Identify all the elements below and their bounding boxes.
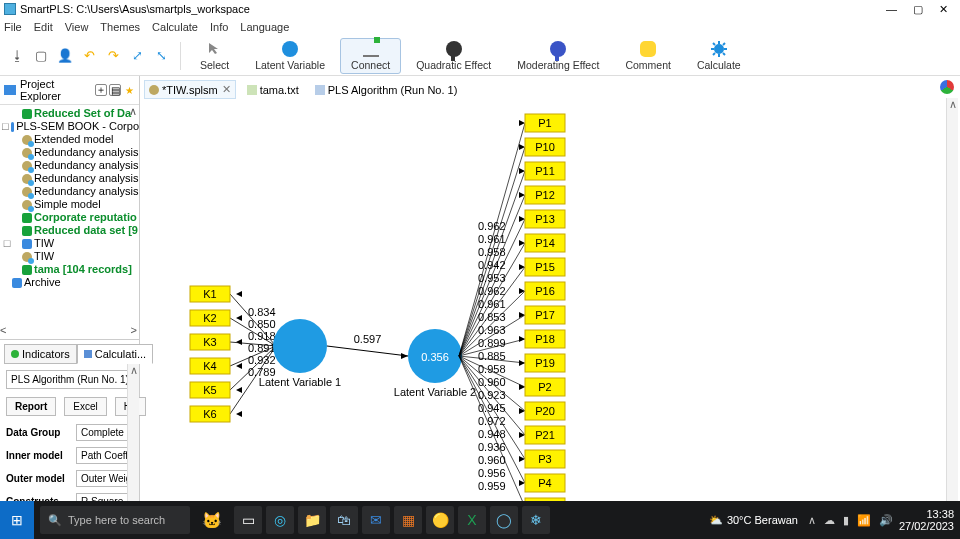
tree-item[interactable]: Redundancy analysis	[2, 172, 139, 185]
task-view-icon[interactable]: ▭	[234, 506, 262, 534]
calculate-tool[interactable]: Calculate	[686, 38, 752, 74]
zoom-out-icon[interactable]: ⤢	[128, 47, 146, 65]
screen-icon[interactable]: ▢	[32, 47, 50, 65]
taskbar: ⊞ 🔍 Type here to search 🐱 ▭ ◎ 📁 🛍 ✉ ▦ 🟡 …	[0, 501, 960, 539]
svg-marker-84	[519, 336, 525, 342]
app-icon-1[interactable]: ◯	[490, 506, 518, 534]
explorer-icon[interactable]: 📁	[298, 506, 326, 534]
tree-item[interactable]: □PLS-SEM BOOK - Corpo	[2, 120, 139, 133]
zoom-in-icon[interactable]: ⤡	[152, 47, 170, 65]
edge-icon[interactable]: ◎	[266, 506, 294, 534]
menu-edit[interactable]: Edit	[34, 21, 53, 33]
office-icon[interactable]: ▦	[394, 506, 422, 534]
svg-text:K6: K6	[203, 408, 216, 420]
path-diagram[interactable]: K1K2K3K4K5K60.8340.8500.9180.8910.9320.7…	[140, 96, 940, 506]
import-icon[interactable]: ⭳	[8, 47, 26, 65]
result-row: Data GroupComplete	[6, 424, 133, 441]
svg-text:P17: P17	[535, 309, 555, 321]
user-icon[interactable]: 👤	[56, 47, 74, 65]
taskbar-search[interactable]: 🔍 Type here to search	[40, 506, 190, 534]
undo-icon[interactable]: ↶	[80, 47, 98, 65]
minimize-button[interactable]: ―	[886, 3, 897, 16]
quadratic-effect-tool[interactable]: Quadratic Effect	[405, 38, 502, 74]
archive-icon[interactable]: ▤	[109, 84, 121, 96]
tree-item[interactable]: Redundancy analysis	[2, 159, 139, 172]
menu-themes[interactable]: Themes	[100, 21, 140, 33]
redo-icon[interactable]: ↷	[104, 47, 122, 65]
svg-text:0.961: 0.961	[478, 233, 506, 245]
svg-text:0.850: 0.850	[248, 318, 276, 330]
tree-item[interactable]: Corporate reputatio	[2, 211, 139, 224]
tree-item[interactable]: □TIW	[2, 237, 139, 250]
mail-icon[interactable]: ✉	[362, 506, 390, 534]
svg-marker-26	[236, 387, 242, 393]
comment-tool[interactable]: Comment	[614, 38, 682, 74]
battery-icon[interactable]: ▮	[843, 514, 849, 527]
clock[interactable]: 13:38 27/02/2023	[899, 508, 954, 532]
algorithm-box[interactable]: PLS Algorithm (Run No. 1)	[6, 370, 133, 389]
tree-item[interactable]: TIW	[2, 250, 139, 263]
system-tray[interactable]: ∧ ☁ ▮ 📶 🔊	[808, 514, 893, 527]
calculation-panel: ∧∨ PLS Algorithm (Run No. 1) Report Exce…	[0, 364, 139, 520]
svg-marker-92	[519, 384, 525, 390]
svg-text:K5: K5	[203, 384, 216, 396]
result-select[interactable]: Complete	[76, 424, 133, 441]
svg-line-5	[713, 43, 715, 45]
canvas[interactable]: *TIW.splsm✕ tama.txt PLS Algorithm (Run …	[140, 76, 960, 520]
window-title: SmartPLS: C:\Users\Asus\smartpls_workspa…	[20, 3, 886, 15]
svg-text:P16: P16	[535, 285, 555, 297]
svg-line-6	[723, 53, 725, 55]
menu-file[interactable]: File	[4, 21, 22, 33]
wifi-icon[interactable]: 📶	[857, 514, 871, 527]
tree-item[interactable]: Redundancy analysis	[2, 185, 139, 198]
maximize-button[interactable]: ▢	[913, 3, 923, 16]
tree-item[interactable]: Reduced data set [9	[2, 224, 139, 237]
start-button[interactable]: ⊞	[0, 501, 34, 539]
volume-icon[interactable]: 🔊	[879, 514, 893, 527]
tree-item[interactable]: tama [104 records]	[2, 263, 139, 276]
panel-scrollbar[interactable]: ∧∨	[127, 364, 139, 520]
tree-item[interactable]: Simple model	[2, 198, 139, 211]
tab-close-icon[interactable]: ✕	[222, 83, 231, 96]
result-row: Outer modelOuter Weig	[6, 470, 133, 487]
cortana-icon[interactable]: 🐱	[202, 511, 222, 530]
svg-text:K2: K2	[203, 312, 216, 324]
project-tree[interactable]: ∧>< Reduced Set of Da□PLS-SEM BOOK - Cor…	[0, 105, 139, 339]
menu-language[interactable]: Language	[240, 21, 289, 33]
tray-chevron-icon[interactable]: ∧	[808, 514, 816, 527]
svg-text:0.834: 0.834	[248, 306, 276, 318]
select-tool[interactable]: Select	[189, 38, 240, 74]
weather-widget[interactable]: ⛅ 30°C Berawan	[709, 514, 798, 527]
tree-item[interactable]: Extended model	[2, 133, 139, 146]
tab-indicators[interactable]: Indicators	[4, 344, 77, 364]
excel-icon[interactable]: X	[458, 506, 486, 534]
moderating-effect-tool[interactable]: Moderating Effect	[506, 38, 610, 74]
menu-view[interactable]: View	[65, 21, 89, 33]
excel-button[interactable]: Excel	[64, 397, 106, 416]
chrome-icon[interactable]: 🟡	[426, 506, 454, 534]
svg-text:0.597: 0.597	[354, 333, 382, 345]
svg-text:K3: K3	[203, 336, 216, 348]
tree-item[interactable]: Redundancy analysis	[2, 146, 139, 159]
close-button[interactable]: ✕	[939, 3, 948, 16]
onedrive-icon[interactable]: ☁	[824, 514, 835, 527]
tree-item[interactable]: Reduced Set of Da	[2, 107, 139, 120]
svg-text:0.958: 0.958	[478, 246, 506, 258]
report-button[interactable]: Report	[6, 397, 56, 416]
separator	[180, 42, 181, 70]
status-icon	[940, 80, 954, 94]
result-select[interactable]: Outer Weig	[76, 470, 133, 487]
menu-info[interactable]: Info	[210, 21, 228, 33]
app-icon	[4, 3, 16, 15]
svg-text:0.932: 0.932	[248, 354, 276, 366]
result-select[interactable]: Path Coeff	[76, 447, 133, 464]
vertical-scrollbar[interactable]: ∧∨	[946, 98, 958, 516]
latent-variable-tool[interactable]: Latent Variable	[244, 38, 336, 74]
store-icon[interactable]: 🛍	[330, 506, 358, 534]
favorite-icon[interactable]: ★	[123, 84, 135, 96]
connect-tool[interactable]: Connect	[340, 38, 401, 74]
smartpls-icon[interactable]: ❄	[522, 506, 550, 534]
tree-item[interactable]: Archive	[2, 276, 139, 289]
new-project-icon[interactable]: ＋	[95, 84, 107, 96]
menu-calculate[interactable]: Calculate	[152, 21, 198, 33]
